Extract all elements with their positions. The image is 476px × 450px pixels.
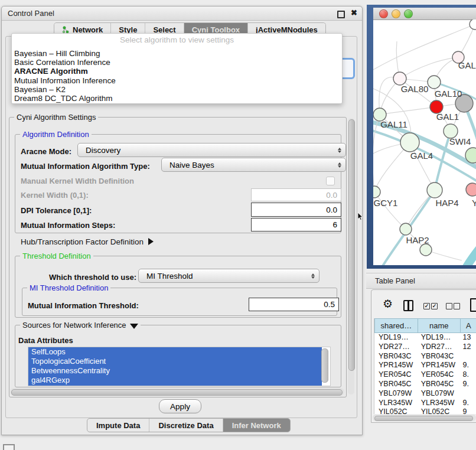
table-row[interactable]: YPR145WYPR145W9. [374,361,476,370]
dropdown-item[interactable]: Bayesian – Hill Climbing [13,49,341,58]
sources-group-title[interactable]: Sources for Network Inference [20,321,141,330]
dpi-tolerance-field[interactable]: 0.0 [251,203,341,217]
network-view-window: GAL7GAL80GAL10GAL1GAL11SWI4GAL4GCY1HAP4Y… [373,8,476,265]
hub-section-toggle[interactable]: Hub/Transcription Factor Definition [21,237,154,246]
node-label: HAP4 [435,198,458,208]
dropdown-item[interactable]: Bayesian – K2 [13,85,341,94]
gear-icon[interactable]: ⚙ [383,297,393,311]
network-node-gal10[interactable] [428,76,441,89]
table-row[interactable]: YBL079WYBL079W [374,389,476,399]
table-cell: YDL19… [417,333,459,343]
table-panel-window: ⚙ ✓ ✓ shared…nameA YDL19…YDL19…13YDR27…Y… [371,289,476,423]
mi-threshold-field[interactable]: 0.5 [249,298,339,311]
table-cell: YDR27… [417,343,459,352]
screen: { "control_panel": { "title": "Control P… [0,0,476,450]
aracne-mode-label: Aracne Mode: [21,147,71,156]
node-label: GAL10 [435,89,462,99]
network-node-gcy1[interactable] [373,186,380,198]
apply-button[interactable]: Apply [159,399,201,413]
table-header-row: shared…nameA [374,318,476,333]
float-window-icon[interactable] [337,11,345,18]
settings-vertical-scrollbar[interactable] [348,118,354,394]
column-header-name[interactable]: name [418,318,461,333]
which-threshold-label: Which threshold to use: [49,273,136,282]
close-icon[interactable]: ✖ [351,8,357,17]
inference-algorithm-combobox-fragment[interactable] [341,58,355,79]
algorithm-dropdown-list: Bayesian – Hill ClimbingBasic Correlatio… [13,49,341,103]
node-table[interactable]: shared…nameA YDL19…YDL19…13YDR27…YDR27…1… [374,318,476,414]
mac-minimize-button[interactable] [392,9,400,18]
which-threshold-combobox[interactable]: MI Threshold [138,269,319,283]
attribute-item-clipped[interactable] [28,385,322,386]
table-cell: YBL079W [374,389,417,399]
collapsed-arrow-icon [148,238,154,245]
mi-steps-field[interactable]: 6 [251,218,341,231]
which-threshold-value: MI Threshold [146,272,193,281]
control-panel-titlebar: Control Panel ✖ [2,6,362,21]
network-graph[interactable]: GAL7GAL80GAL10GAL1GAL11SWI4GAL4GCY1HAP4Y… [373,19,476,265]
attribute-item[interactable]: BetweennessCentrality [28,366,322,376]
unchecked-column-icon[interactable] [454,303,460,309]
table-cell [458,352,476,361]
attributes-scrollbar[interactable] [321,348,328,383]
manual-kernel-width-checkbox[interactable] [326,177,335,185]
network-node-hap2[interactable] [400,223,412,235]
table-row[interactable]: YIL052CYIL052C9 [374,407,476,414]
mac-zoom-button[interactable] [404,9,413,18]
dropdown-item[interactable]: Basic Correlation Inference [13,58,341,67]
column-header-A[interactable]: A [461,318,476,333]
bottom-tab-infer-network[interactable]: Infer Network [223,419,290,432]
threshold-definition-title: Threshold Definition [20,252,93,260]
mi-algorithm-type-combobox[interactable]: Naive Bayes [161,158,346,172]
table-cell: YPR145W [374,361,417,370]
attribute-item[interactable]: SelfLoops [28,347,322,357]
split-columns-icon[interactable] [403,300,413,311]
bottom-tab-impute-data[interactable]: Impute Data [87,419,149,432]
table-row[interactable]: YBR045CYBR045C9. [374,380,476,389]
dropdown-item[interactable]: Dream8 DC_TDC Algorithm [13,94,341,103]
data-attributes-label: Data Attributes [18,336,73,345]
checked-column-icon[interactable]: ✓ [431,303,438,309]
network-node-y[interactable] [466,183,476,196]
aracne-mode-combobox[interactable]: Discovery [77,143,346,157]
dropdown-item[interactable]: Mutual Information Inference [13,76,341,85]
node-label: GAL80 [401,84,429,94]
data-attributes-list[interactable]: SelfLoopsTopologicalCoefficientBetweenne… [28,347,331,386]
table-cell: 13 [458,333,476,343]
mac-close-button[interactable] [379,9,388,18]
table-row[interactable]: YLR345WYLR345W9. [374,399,476,408]
node-label: GAL11 [380,119,407,129]
checked-column-icon[interactable]: ✓ [423,303,430,309]
network-node[interactable] [420,244,432,256]
unchecked-column-icon[interactable] [446,303,452,309]
mouse-cursor [357,213,363,221]
cyni-algorithm-settings-title: Cyni Algorithm Settings [14,113,98,122]
kernel-width-value: 0.0 [326,191,337,200]
control-panel-window: Control Panel ✖ NetworkStyleSelectCyni T… [1,6,363,435]
table-horizontal-scrollbar[interactable] [373,415,476,421]
table-row[interactable]: YDR27…YDR27…12 [374,343,476,352]
algorithm-dropdown-placeholder: Select algorithm to view settings [12,35,342,44]
column-header-shared[interactable]: shared… [374,318,418,333]
docked-mini-window[interactable] [3,444,15,450]
network-node-gal80[interactable] [393,72,406,85]
table-row[interactable]: YER054CYER054C8. [374,370,476,380]
attribute-item[interactable]: gal4RGexp [28,376,322,385]
table-cell: YBR043C [374,352,417,361]
bottom-tab-discretize-data[interactable]: Discretize Data [149,419,222,432]
network-node-gal4[interactable] [400,133,419,152]
node-label: GAL7 [458,60,476,70]
dropdown-item[interactable]: ARACNE Algorithm [13,67,341,76]
network-node[interactable] [470,19,476,30]
table-cell: YIL052C [374,407,417,414]
table-row[interactable]: YBR043CYBR043C [374,352,476,361]
table-cell: YLR345W [374,399,417,408]
table-row[interactable]: YDL19…YDL19…13 [374,333,476,343]
network-canvas[interactable]: GAL7GAL80GAL10GAL1GAL11SWI4GAL4GCY1HAP4Y… [373,19,476,265]
new-page-icon[interactable] [470,298,476,312]
mi-steps-label: Mutual Information Steps: [21,221,115,230]
settings-horizontal-scrollbar[interactable] [10,388,344,396]
network-node-hap4[interactable] [427,182,442,198]
kernel-width-field[interactable]: 0.0 [251,188,341,201]
attribute-item[interactable]: TopologicalCoefficient [28,357,322,366]
